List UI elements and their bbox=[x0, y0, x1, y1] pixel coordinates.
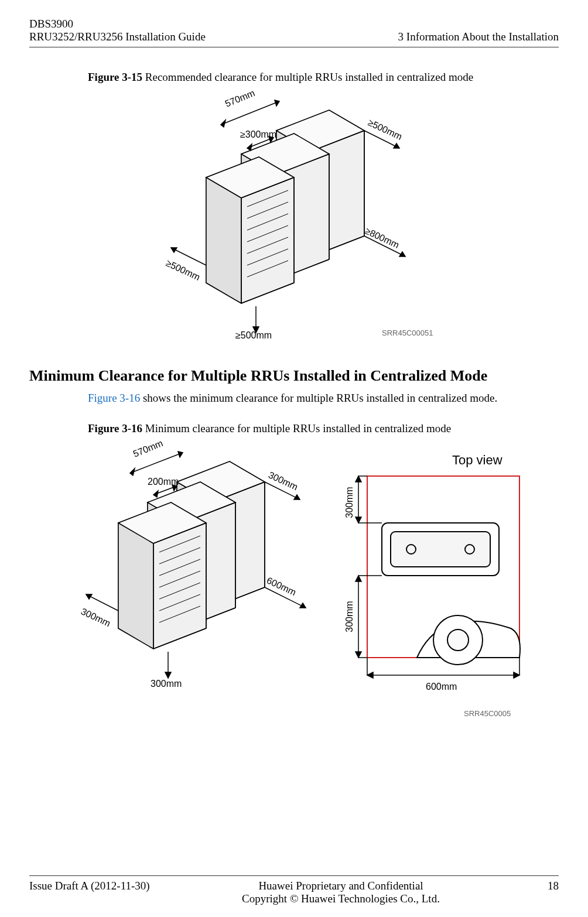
dim-left: 300mm bbox=[80, 606, 112, 628]
dim-200: 200mm bbox=[148, 477, 179, 487]
svg-marker-72 bbox=[178, 451, 183, 457]
figure-caption-text: Minimum clearance for multiple RRUs inst… bbox=[142, 422, 451, 434]
svg-marker-30 bbox=[275, 100, 279, 106]
dim-bottom: ≥500mm bbox=[235, 330, 272, 340]
svg-marker-83 bbox=[165, 672, 171, 678]
figure-caption-text: Recommended clearance for multiple RRUs … bbox=[142, 71, 473, 83]
svg-marker-29 bbox=[221, 120, 225, 127]
svg-rect-85 bbox=[391, 532, 490, 567]
dim-right-bottom: 600mm bbox=[265, 575, 298, 597]
svg-point-89 bbox=[447, 629, 469, 651]
figure-3-15: 570mm ≥300mm ≥500mm ≥800mm ≥500mm ≥500mm… bbox=[29, 90, 559, 344]
svg-marker-96 bbox=[355, 576, 361, 581]
dim-right-top: ≥500mm bbox=[367, 117, 404, 142]
tv-300-top: 300mm bbox=[344, 487, 354, 518]
figure-3-16: 570mm 200mm 300mm 600mm 300mm 300mm Top … bbox=[29, 441, 559, 724]
figure-code: SRR45C00051 bbox=[382, 329, 433, 337]
dim-right-top: 300mm bbox=[267, 470, 300, 492]
dim-ge300: ≥300mm bbox=[240, 129, 276, 139]
svg-marker-32 bbox=[247, 144, 252, 150]
dim-570: 570mm bbox=[132, 441, 165, 459]
footer-copyright: Copyright © Huawei Technologies Co., Ltd… bbox=[158, 892, 524, 905]
svg-marker-15 bbox=[206, 177, 241, 303]
tv-600: 600mm bbox=[426, 682, 457, 692]
footer-issue: Issue Draft A (2012-11-30) bbox=[29, 880, 158, 905]
figure-3-15-caption: Figure 3-15 Recommended clearance for mu… bbox=[88, 71, 559, 84]
figure-code: SRR45C0005 bbox=[464, 709, 511, 718]
svg-marker-92 bbox=[355, 517, 361, 523]
dim-bottom: 300mm bbox=[151, 679, 182, 689]
figure-label: Figure 3-16 bbox=[88, 422, 142, 434]
chapter-title: 3 Information About the Installation bbox=[398, 30, 559, 43]
footer-page-number: 18 bbox=[524, 880, 559, 905]
figure-label: Figure 3-15 bbox=[88, 71, 142, 83]
dim-right-bottom: ≥800mm bbox=[364, 225, 401, 250]
svg-marker-74 bbox=[153, 491, 158, 497]
dim-left: ≥500mm bbox=[165, 258, 202, 282]
dim-570: 570mm bbox=[224, 90, 257, 109]
svg-marker-97 bbox=[355, 652, 361, 658]
figure-3-16-link[interactable]: Figure 3-16 bbox=[88, 392, 140, 404]
page-header: DBS3900 RRU3252/RRU3256 Installation Gui… bbox=[29, 18, 559, 47]
page-footer: Issue Draft A (2012-11-30) Huawei Propri… bbox=[29, 875, 559, 905]
svg-marker-91 bbox=[355, 476, 361, 482]
body-after-link: shows the minimum clearance for multiple… bbox=[140, 392, 497, 404]
doc-title: RRU3252/RRU3256 Installation Guide bbox=[29, 30, 206, 43]
top-view-label: Top view bbox=[452, 453, 502, 467]
svg-marker-101 bbox=[367, 672, 373, 678]
tv-300-bottom: 300mm bbox=[344, 601, 354, 632]
figure-3-16-caption: Figure 3-16 Minimum clearance for multip… bbox=[88, 422, 559, 435]
section-heading: Minimum Clearance for Multiple RRUs Inst… bbox=[29, 367, 559, 385]
svg-marker-57 bbox=[118, 523, 153, 649]
footer-confidential: Huawei Proprietary and Confidential bbox=[158, 880, 524, 892]
svg-marker-102 bbox=[514, 672, 519, 678]
doc-model: DBS3900 bbox=[29, 18, 206, 30]
body-paragraph: Figure 3-16 shows the minimum clearance … bbox=[88, 392, 559, 405]
svg-marker-71 bbox=[130, 468, 135, 475]
